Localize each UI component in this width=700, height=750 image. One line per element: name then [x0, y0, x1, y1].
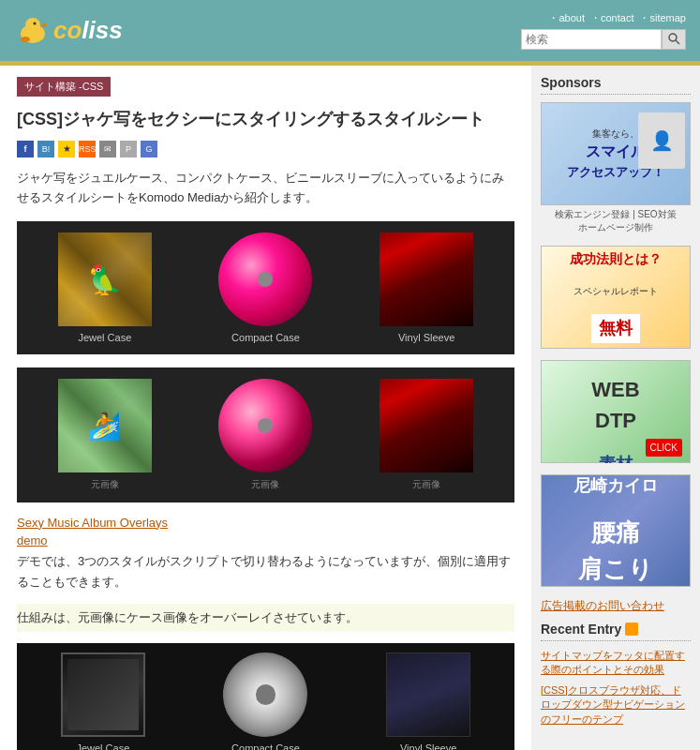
cd-item-vinyl: Vinyl Sleeve: [380, 232, 473, 343]
svg-marker-2: [40, 23, 46, 27]
ad3-line5: CLICK: [646, 439, 682, 457]
jewel-label: Jewel Case: [78, 332, 131, 343]
ad1-line1: 集客なら、: [592, 128, 639, 139]
ad4-line2: 腰痛: [591, 515, 640, 551]
sexy-album-link[interactable]: Sexy Music Album Overlays: [17, 516, 514, 530]
ad4-line1: 尼崎カイロ: [573, 474, 658, 499]
ad-2[interactable]: 企業WEBサイトの 成功法則とは？ スペシャルレポート 無料 ダウンロード: [541, 246, 691, 349]
compact-overlay-image: [223, 652, 307, 737]
ad3-line4: 素材: [599, 452, 633, 463]
cd-item-compact: Compact Case: [218, 232, 312, 343]
svg-point-3: [34, 22, 37, 24]
overlay-vinyl: Vinyl Sleeve: [386, 652, 470, 750]
ad3-line2: WEB: [591, 374, 639, 405]
jewel-case-image: [58, 232, 152, 326]
share-icon1[interactable]: ✉: [99, 141, 116, 158]
vinyl-sleeve-image: [380, 232, 473, 326]
vinyl-overlay-image: [386, 652, 470, 737]
svg-point-5: [669, 34, 677, 41]
overlay-compact: Compact Case: [223, 652, 307, 750]
ad-3[interactable]: イラスト・アイコン・写真 WEB DTP 素材 CLICK: [541, 360, 691, 463]
ad-inquiry-link[interactable]: 広告掲載のお問い合わせ: [541, 598, 691, 614]
ad1-cap2-text: ホームページ制作: [578, 222, 653, 232]
cd-item-orig2: 元画像: [218, 379, 312, 491]
search-icon: [667, 32, 680, 45]
ad4-line3: 肩こり: [578, 551, 653, 587]
ad-box-3: イラスト・アイコン・写真 WEB DTP 素材 CLICK: [541, 360, 691, 463]
facebook-icon[interactable]: f: [17, 141, 34, 158]
overlay-jewel-label: Jewel Case: [76, 742, 129, 750]
orig-jewel-label: 元画像: [91, 478, 119, 491]
share-icon3[interactable]: G: [141, 141, 157, 158]
cd-top-grid: Jewel Case Compact Case Vinyl Sleeve: [17, 221, 514, 354]
ad3-line3: DTP: [595, 405, 636, 436]
share-icon2[interactable]: P: [120, 141, 137, 158]
ad-box-2: 企業WEBサイトの 成功法則とは？ スペシャルレポート 無料 ダウンロード: [541, 246, 691, 349]
overlay-jewel: Jewel Case: [61, 652, 145, 750]
orig-compact-label: 元画像: [251, 478, 279, 491]
nav-links: about contact sitemap: [548, 11, 686, 25]
jewel-overlay-image: [61, 652, 145, 737]
search-box: [521, 29, 686, 50]
compact-disc-image: [218, 232, 312, 326]
ad2-line3: スペシャルレポート: [573, 284, 658, 298]
logo-liss: liss: [82, 16, 122, 45]
cd-item-orig1: 元画像: [58, 379, 152, 491]
svg-point-4: [21, 37, 30, 42]
ad2-line4: 無料: [591, 314, 640, 343]
overlay-compact-label: Compact Case: [231, 742, 300, 750]
main-content: サイト構築 -CSS [CSS]ジャケ写をセクシーにスタイリングするスタイルシー…: [0, 66, 531, 750]
compact-label: Compact Case: [231, 332, 300, 343]
cd-bottom-row: 元画像 元画像 元画像: [17, 368, 514, 502]
ad-box-1: 集客なら、 スマイル アクセスアップ！ 👤: [541, 102, 691, 205]
rss-icon[interactable]: RSS: [79, 141, 96, 158]
page-layout: サイト構築 -CSS [CSS]ジャケ写をセクシーにスタイリングするスタイルシー…: [0, 66, 700, 750]
article-description: ジャケ写をジュエルケース、コンパクトケース、ビニールスリーブに入っているようにみ…: [17, 169, 514, 208]
sidebar: Sponsors 集客なら、 スマイル アクセスアップ！ 👤 検索エンジン登録 …: [531, 66, 700, 750]
overlay-demo: Jewel Case Compact Case Vinyl Sleeve: [17, 643, 514, 750]
sponsors-title: Sponsors: [541, 75, 691, 95]
nav-about[interactable]: about: [548, 11, 585, 25]
page-title: [CSS]ジャケ写をセクシーにスタイリングするスタイルシート: [17, 108, 514, 131]
search-input[interactable]: [521, 29, 662, 50]
logo-co: co: [53, 16, 82, 45]
site-header: coliss about contact sitemap: [0, 0, 700, 61]
nav-sitemap[interactable]: sitemap: [639, 11, 686, 25]
ad-box-4: 尼崎カイロ 腰痛 肩こり: [541, 474, 691, 587]
overlay-vinyl-label: Vinyl Sleeve: [400, 742, 456, 750]
svg-point-1: [25, 18, 40, 33]
recent-item-1[interactable]: サイトマップをフッタに配置する際のポイントとその効果: [541, 649, 691, 678]
ad2-line2: 成功法則とは？: [570, 249, 662, 269]
ad1-cap1-text: 検索エンジン登録 | SEO対策: [555, 209, 676, 219]
duck-icon: [14, 13, 50, 49]
breadcrumb: サイト構築 -CSS: [17, 77, 111, 97]
demo-link[interactable]: demo: [17, 533, 514, 548]
cd-item-jewel: Jewel Case: [58, 232, 152, 343]
para1: デモでは、3つのスタイルがスクリプトで切り替わるようになっていますが、個別に適用…: [17, 551, 514, 592]
bookmark-icon[interactable]: B!: [37, 141, 54, 158]
orig-vinyl-image: [380, 379, 473, 472]
orig-jewel-image: [58, 379, 152, 472]
vinyl-label: Vinyl Sleeve: [398, 332, 454, 343]
site-logo[interactable]: coliss: [14, 13, 123, 49]
header-right: about contact sitemap: [521, 11, 686, 50]
rss-icon-sidebar: [625, 622, 638, 636]
search-button[interactable]: [662, 29, 686, 50]
orig-compact-image: [218, 379, 312, 472]
ad1-caption1: 検索エンジン登録 | SEO対策 ホームページ制作: [541, 208, 691, 234]
ad-4[interactable]: 尼崎カイロ 腰痛 肩こり: [541, 474, 691, 587]
star-icon[interactable]: ★: [58, 141, 75, 158]
social-icons: f B! ★ RSS ✉ P G: [17, 141, 514, 158]
recent-entry-title: Recent Entry: [541, 622, 691, 641]
para2: 仕組みは、元画像にケース画像をオーバーレイさせています。: [17, 604, 514, 632]
ad1-line2: スマイル: [586, 143, 646, 159]
svg-line-6: [676, 40, 679, 44]
recent-item-2[interactable]: [CSS]クロスブラウザ対応、ドロップダウン型ナビゲーションのフリーのテンプ: [541, 683, 691, 727]
ad-1[interactable]: 集客なら、 スマイル アクセスアップ！ 👤 検索エンジン登録 | SEO対策 ホ…: [541, 102, 691, 234]
recent-text: Recent Entry: [541, 622, 621, 637]
cd-item-orig3: 元画像: [380, 379, 473, 491]
nav-contact[interactable]: contact: [590, 11, 633, 25]
orig-vinyl-label: 元画像: [412, 478, 440, 491]
